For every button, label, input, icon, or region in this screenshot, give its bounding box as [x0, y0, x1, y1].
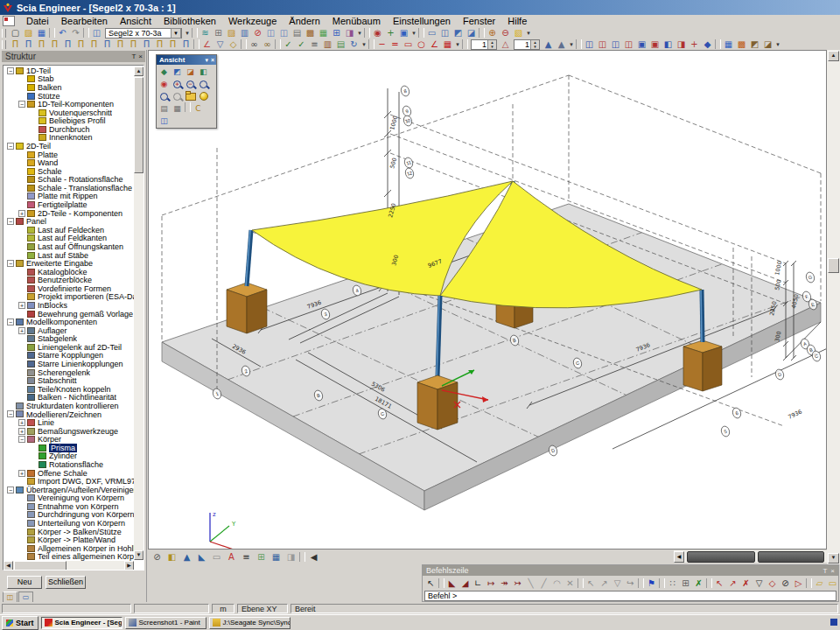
gallery-icon[interactable]: ▨ — [225, 28, 238, 38]
zoom-out-icon[interactable]: − — [184, 78, 197, 90]
batch-4-icon[interactable]: ◫ — [622, 39, 635, 50]
zoom-window-icon[interactable] — [197, 78, 210, 90]
library-icon[interactable]: ▦ — [317, 28, 330, 38]
post-left[interactable] — [246, 230, 251, 286]
expand-icon[interactable]: + — [18, 327, 25, 334]
accept-icon[interactable]: ✓ — [282, 39, 295, 50]
menu-bibliotheken[interactable]: Bibliotheken — [158, 16, 222, 26]
menu-hilfe[interactable]: Hilfe — [501, 16, 533, 26]
pin-icon[interactable]: T — [131, 52, 136, 60]
expand-icon[interactable]: + — [18, 302, 25, 309]
overflow-chevron-icon[interactable]: ▾ — [774, 39, 781, 50]
section-14-icon[interactable]: Π — [179, 39, 192, 50]
zoom-in-icon[interactable]: + — [171, 78, 184, 90]
light-settings-icon[interactable] — [197, 90, 210, 102]
select-region-icon[interactable]: ◇ — [227, 39, 240, 50]
window-2-icon[interactable]: ◫ — [438, 28, 452, 38]
window-3-icon[interactable]: ◩ — [452, 28, 465, 38]
collapse-icon[interactable]: − — [7, 318, 14, 326]
collapse-icon[interactable]: − — [7, 218, 14, 225]
unlink-icon[interactable]: ⊖ — [499, 28, 512, 38]
clip-toggle-icon[interactable]: ⊘ — [150, 550, 164, 564]
tree-hscroll-thumb[interactable] — [14, 561, 66, 570]
undo-icon[interactable]: ↶ — [56, 28, 69, 38]
accept-all-icon[interactable]: ✓ — [295, 39, 308, 50]
regenerate-icon[interactable]: ↻ — [347, 39, 360, 50]
tree-item-last-feldkanten[interactable]: Last auf Feldkanten — [4, 234, 134, 243]
storeys-icon[interactable]: ▥ — [321, 39, 334, 50]
scroll-right-icon[interactable]: ▶ — [124, 561, 134, 570]
scroll-down-icon[interactable]: ▼ — [134, 550, 144, 560]
snap-parallel-icon[interactable]: ╱ — [537, 578, 550, 589]
snap-mode-2-icon[interactable]: ↗ — [726, 578, 739, 589]
task-j-seagate-sync-syncre-[interactable]: J:\Seagate Sync\SyncRe... — [209, 617, 290, 629]
overflow-chevron-icon[interactable]: ▾ — [184, 28, 191, 38]
draw-circle-icon[interactable]: ○ — [415, 39, 428, 50]
status-unit[interactable]: m — [212, 604, 234, 613]
clipboard-icon[interactable]: ≋ — [199, 28, 212, 38]
tree-vscrollbar[interactable]: ▲ ▼ — [134, 66, 144, 560]
grid-dots-icon[interactable]: ∷ — [666, 578, 679, 589]
tree-item-linie[interactable]: +Linie — [4, 418, 134, 427]
scroll-left-icon[interactable]: ◀ — [4, 561, 13, 570]
wizard-icon[interactable]: ◨ — [343, 28, 356, 38]
filter-2-icon[interactable]: ◪ — [761, 39, 774, 50]
scroll-up-icon[interactable]: ▲ — [828, 51, 839, 61]
mdi-system-icon[interactable] — [3, 16, 15, 26]
tree-item-durchdringung[interactable]: Durchdringung von Körpern — [4, 511, 134, 520]
neu-button[interactable]: Neu — [7, 576, 42, 589]
tracking-ortho-icon[interactable]: ◢ — [458, 578, 472, 589]
tracking-polar-icon[interactable]: ◣ — [445, 578, 458, 589]
view-axonometric-icon[interactable]: ◆ — [158, 66, 171, 78]
viewport-vscrollbar[interactable]: ▲ ▼ — [827, 50, 840, 564]
dock-option-2-icon[interactable]: ▭ — [826, 578, 839, 589]
tree-hscrollbar[interactable]: ◀ ▶ — [4, 561, 134, 570]
menu-werkzeuge[interactable]: Werkzeuge — [222, 16, 283, 26]
scroll-left-icon[interactable]: ◀ — [674, 551, 684, 563]
tree-item-schale[interactable]: Schale — [4, 167, 134, 176]
tree-item-unterteilung[interactable]: Unterteilung von Körpern — [4, 519, 134, 528]
snap-arc-icon[interactable]: ◠ — [550, 578, 564, 589]
chevron-down-icon[interactable]: ▾ — [205, 57, 208, 64]
tree-item-teile-knoten-koppeln[interactable]: Teile/Knoten koppeln — [4, 385, 134, 394]
snap-mode-3-icon[interactable]: ✗ — [739, 578, 752, 589]
polyline-tool-icon[interactable]: ▽ — [214, 39, 227, 50]
collapse-icon[interactable]: − — [7, 410, 14, 417]
section-6-icon[interactable]: Π — [74, 39, 88, 50]
collapse-icon[interactable]: − — [7, 260, 14, 267]
section-1-icon[interactable]: Π — [9, 39, 22, 50]
tree-item-members-2d[interactable]: −2D-Teil — [4, 142, 134, 150]
snap-mode-5-icon[interactable]: ◇ — [766, 578, 779, 589]
tree-item-innenknoten[interactable]: Innenknoten — [4, 134, 134, 143]
footing-left[interactable] — [227, 283, 267, 333]
tree-item-vordefinierte-formen[interactable]: Vordefinierte Formen — [4, 284, 134, 293]
spinner-spin2[interactable]: 1▴▾ — [514, 39, 540, 50]
print-data-icon[interactable]: ▤ — [158, 102, 171, 115]
menu-ansicht[interactable]: Ansicht — [114, 16, 158, 26]
tree-item-stabgelenk[interactable]: Stabgelenk — [4, 335, 134, 344]
expand-icon[interactable]: + — [18, 419, 25, 426]
draw-angle-icon[interactable]: ∠ — [428, 39, 441, 50]
expand-icon[interactable]: + — [18, 470, 25, 477]
expand-icon[interactable]: + — [18, 428, 25, 435]
snap-mode-1-icon[interactable]: ↖ — [713, 578, 726, 589]
save-project-icon[interactable]: ▦ — [35, 28, 48, 38]
section-3-icon[interactable]: Π — [35, 39, 48, 50]
tree-item-inblocks[interactable]: +InBlocks — [4, 301, 134, 310]
spinner-spin1[interactable]: 1▴▾ — [471, 39, 497, 50]
view-y-icon[interactable]: ◪ — [184, 66, 197, 78]
grid-green-icon[interactable]: ⊞ — [254, 550, 269, 564]
cross-marker-icon[interactable]: ◆ — [701, 39, 714, 50]
batch-3-icon[interactable]: ◫ — [609, 39, 622, 50]
select-cursor-icon[interactable]: ↖ — [424, 578, 438, 589]
close-icon[interactable]: × — [138, 52, 143, 60]
batch-1-icon[interactable]: ◫ — [583, 39, 596, 50]
snap-off-icon[interactable]: ✕ — [564, 578, 577, 589]
tree-item-profil[interactable]: Beliebiges Profil — [4, 116, 134, 125]
overflow-chevron-icon[interactable]: ▾ — [360, 39, 368, 50]
properties-icon[interactable]: ▣ — [397, 28, 410, 38]
named-view-icon[interactable]: ▦ — [171, 102, 184, 115]
step-end-icon[interactable]: ↣ — [511, 578, 524, 589]
draw-dimension-icon[interactable]: = — [388, 39, 402, 50]
collapse-icon[interactable]: − — [18, 436, 25, 443]
